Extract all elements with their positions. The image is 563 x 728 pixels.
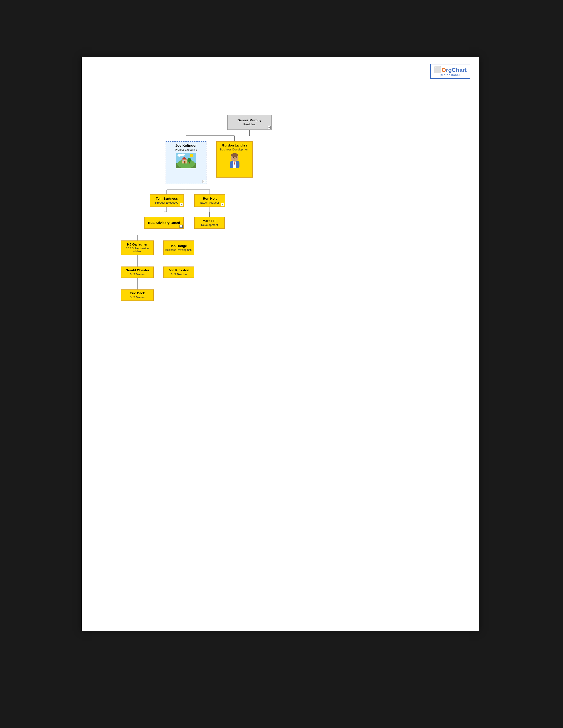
logo-brand: OrgChart bbox=[442, 67, 467, 73]
gerald-name: Gerald Chester bbox=[125, 268, 149, 272]
svg-point-40 bbox=[231, 153, 238, 157]
eric-name: Eric Beck bbox=[130, 291, 145, 295]
node-tom[interactable]: Tom Burtness Product Executive − bbox=[150, 194, 184, 207]
tom-title: Product Executive bbox=[155, 201, 178, 205]
ron-title: Exec Producer bbox=[200, 201, 219, 205]
gordon-title: Business Development bbox=[220, 148, 249, 151]
logo-box: ⬜OrgChart professional bbox=[430, 64, 470, 79]
gordon-name: Gordon Landies bbox=[222, 143, 247, 147]
page: ⬜OrgChart professional bbox=[82, 57, 479, 631]
svg-point-41 bbox=[233, 157, 233, 158]
tom-name: Tom Burtness bbox=[156, 197, 178, 201]
eric-title: BLS Mentor bbox=[130, 296, 145, 299]
svg-point-33 bbox=[177, 154, 181, 157]
logo-icon: ⬜ bbox=[434, 66, 442, 73]
svg-point-42 bbox=[235, 157, 236, 158]
mars-name: Mars Hill bbox=[203, 219, 216, 223]
jon-name: Jon Pinkston bbox=[168, 268, 189, 272]
node-gordon[interactable]: Gordon Landies Business Development bbox=[216, 141, 253, 178]
ron-collapse[interactable]: − bbox=[221, 203, 224, 206]
ian-title: Business Development bbox=[165, 248, 192, 251]
jon-title: BLS Teacher bbox=[171, 273, 187, 276]
svg-rect-27 bbox=[184, 161, 185, 163]
svg-point-22 bbox=[190, 154, 193, 157]
logo-text: ⬜OrgChart bbox=[434, 66, 467, 73]
dennis-title: President bbox=[243, 123, 256, 126]
ron-name: Ron Holt bbox=[203, 197, 216, 201]
gordon-avatar bbox=[227, 152, 242, 169]
node-bls[interactable]: BLS Advisory Board − bbox=[144, 217, 184, 229]
logo-sub: professional bbox=[441, 73, 460, 77]
logo-area: ⬜OrgChart professional bbox=[430, 64, 470, 79]
bls-name: BLS Advisory Board bbox=[148, 221, 180, 225]
node-jon[interactable]: Jon Pinkston BLS Teacher bbox=[163, 266, 194, 278]
joe-image bbox=[176, 153, 196, 168]
kj-name: KJ Gallagher bbox=[127, 242, 148, 246]
node-eric[interactable]: Eric Beck BLS Mentor bbox=[121, 289, 154, 301]
kj-title: SCS Subject matter advisor bbox=[121, 247, 153, 253]
chart-container: Dennis Murphy President − Joe Kolinger P… bbox=[93, 106, 468, 620]
joe-name: Joe Kolinger bbox=[175, 143, 197, 148]
joe-collapse[interactable]: − bbox=[202, 180, 205, 183]
svg-point-32 bbox=[180, 154, 185, 156]
tom-collapse[interactable]: − bbox=[180, 203, 183, 206]
bls-collapse[interactable]: − bbox=[179, 225, 182, 228]
node-ron[interactable]: Ron Holt Exec Producer − bbox=[194, 194, 225, 207]
dennis-collapse[interactable]: − bbox=[267, 126, 271, 129]
node-mars[interactable]: Mars Hill Development bbox=[194, 217, 225, 229]
node-dennis[interactable]: Dennis Murphy President − bbox=[227, 115, 271, 130]
svg-rect-28 bbox=[182, 160, 184, 161]
node-gerald[interactable]: Gerald Chester BLS Mentor bbox=[121, 266, 154, 278]
mars-title: Development bbox=[201, 223, 218, 227]
dennis-name: Dennis Murphy bbox=[237, 118, 261, 122]
node-kj[interactable]: KJ Gallagher SCS Subject matter advisor bbox=[121, 240, 154, 255]
node-ian[interactable]: Ian Hodge Business Development bbox=[163, 240, 194, 255]
gerald-title: BLS Mentor bbox=[130, 273, 145, 276]
svg-point-43 bbox=[234, 158, 235, 159]
ian-name: Ian Hodge bbox=[171, 244, 187, 248]
svg-point-30 bbox=[187, 158, 191, 162]
joe-title: Project Executive bbox=[175, 148, 197, 152]
node-joe[interactable]: Joe Kolinger Project Executive bbox=[165, 141, 206, 184]
org-chart-area: Dennis Murphy President − Joe Kolinger P… bbox=[93, 106, 468, 620]
connectors-svg bbox=[93, 106, 468, 620]
